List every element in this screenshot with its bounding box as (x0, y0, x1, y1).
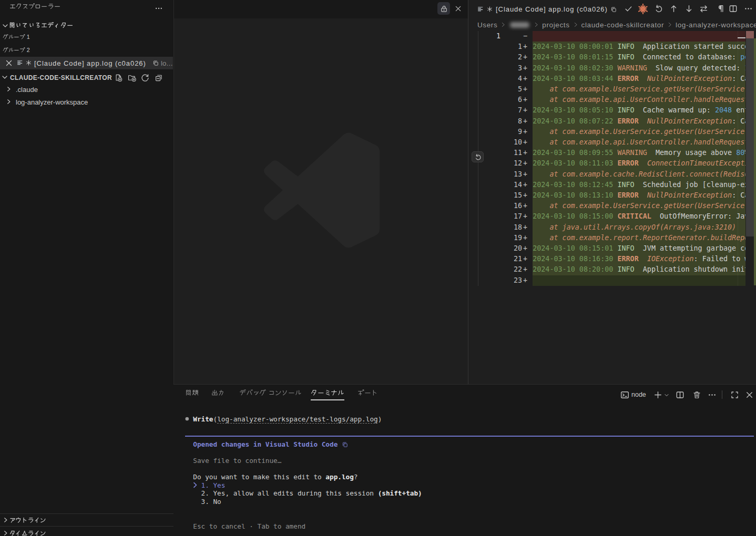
workspace-section-header[interactable]: CLAUDE-CODE-SKILLCREATOR (10, 74, 112, 81)
line-number: 12 (500, 158, 522, 169)
kill-terminal-icon[interactable] (692, 390, 701, 399)
diff-text-segment: 2024-03-10 08:11:03 (533, 159, 617, 167)
tree-item-label: log-analyzer-workspace (16, 98, 88, 106)
more-actions-icon[interactable] (744, 4, 753, 13)
breadcrumb-item[interactable]: Users (477, 21, 497, 29)
chevron-down-icon[interactable] (663, 392, 670, 398)
refresh-icon[interactable] (141, 74, 149, 82)
active-tab-underline (311, 399, 344, 400)
panel-tab-1[interactable] (185, 389, 199, 400)
breadcrumb-separator-icon (572, 21, 579, 28)
added-sign: + (523, 190, 527, 201)
added-sign: + (523, 275, 527, 286)
editor-scrollbar[interactable] (746, 31, 754, 236)
terminal-text-segment: ? (354, 473, 358, 481)
sidebar-title (9, 3, 60, 12)
diff-text-segment: po (740, 53, 745, 61)
editor-area: [Claude Code] app.log (c0a026) Usersproj… (174, 0, 756, 384)
close-group-icon[interactable] (454, 5, 462, 13)
line-number: 21 (500, 254, 522, 264)
line-number: 17 (500, 211, 522, 222)
claude-code-icon[interactable] (638, 4, 648, 14)
breadcrumb-item[interactable]: projects (542, 21, 569, 29)
panel-tab-3[interactable] (239, 389, 302, 400)
terminal-line: Write(log-analyzer-workspace/test-logs/a… (185, 415, 382, 423)
open-editor-active-item[interactable]: [Claude Code] app.log (c0a026) lo… (0, 57, 173, 69)
diff-text-segment: 1 (744, 64, 745, 72)
diff-line-content: 2024-03-10 08:20:00 INFO Application shu… (533, 264, 745, 275)
close-panel-icon[interactable] (745, 390, 754, 399)
maximize-panel-icon[interactable] (730, 390, 739, 399)
discard-icon (474, 153, 482, 161)
new-folder-icon[interactable] (127, 74, 136, 82)
panel-tab-5[interactable] (357, 389, 377, 400)
diff-text-segment: ent (732, 106, 745, 114)
next-change-icon[interactable] (685, 4, 693, 13)
diff-line-content: 2024-03-10 08:01:15 INFO Connected to da… (533, 52, 745, 63)
previous-change-icon[interactable] (669, 4, 678, 13)
terminal-shell-label[interactable]: node (631, 391, 646, 398)
diff-text-segment (639, 75, 647, 83)
line-number: 19 (500, 233, 522, 243)
added-sign: + (523, 169, 527, 180)
whitespace-toggle-icon[interactable] (716, 4, 725, 13)
new-terminal-icon[interactable] (653, 390, 662, 399)
diff-text-segment: 2024-03-10 08:12:45 (533, 181, 617, 189)
diff-editor[interactable]: 1−1+2024-03-10 08:00:01 INFO Application… (468, 31, 756, 384)
line-number: 5 (500, 84, 522, 95)
open-editors-section-header[interactable] (9, 22, 73, 29)
accept-changes-icon[interactable] (624, 4, 633, 13)
revert-block-button[interactable] (472, 151, 484, 162)
panel-tab-4[interactable] (311, 389, 344, 400)
diff-text-segment: ConnectionTimeoutExcepti (647, 159, 745, 167)
explorer-sidebar: 1 2 [Claude Code] app.log (c0a026) lo… C… (0, 0, 173, 536)
added-sign: + (523, 95, 527, 105)
diff-text-segment: ERROR (617, 117, 638, 125)
editor-group-1-row[interactable]: 1 (3, 34, 30, 40)
breadcrumb-item[interactable]: log-analyzer-workspace (676, 21, 756, 29)
breadcrumbs[interactable]: Usersprojectsclaude-code-skillcreatorlog… (468, 18, 756, 31)
chevron-right-icon (2, 516, 9, 524)
diff-text-segment: at com.example.UserService.getUser(UserS… (533, 128, 745, 136)
diff-removed-row: 1− (468, 31, 756, 42)
collapse-all-icon[interactable] (155, 74, 163, 82)
diff-added-row: 10+ at com.example.api.UserController.ha… (468, 137, 756, 148)
diff-text-segment: 2024-03-10 08:20:00 (533, 265, 617, 273)
diff-line-content: at com.example.UserService.getUser(UserS… (533, 127, 745, 137)
added-sign: + (523, 201, 527, 211)
more-actions-icon[interactable] (155, 4, 163, 13)
diff-text-segment: 2048 (715, 106, 732, 114)
breadcrumb-user-redacted[interactable] (510, 22, 529, 28)
diff-added-row: 11+2024-03-10 08:09:55 WARNING Memory us… (468, 148, 756, 158)
terminal-view[interactable]: Write(log-analyzer-workspace/test-logs/a… (173, 401, 756, 536)
diff-text-segment: INFO (617, 106, 634, 114)
chevron-down-icon[interactable] (1, 22, 9, 30)
more-actions-icon[interactable] (708, 390, 717, 399)
editor-group-lock-toggle[interactable] (437, 2, 450, 15)
breadcrumb-item[interactable]: claude-code-skillcreator (581, 21, 664, 29)
diff-text-segment: 2024-03-10 08:01:15 (533, 53, 617, 61)
diff-added-row: 18+ at java.util.Arrays.copyOf(Arrays.ja… (468, 222, 756, 233)
close-icon[interactable] (5, 59, 13, 67)
diff-text-segment (639, 255, 647, 263)
new-file-icon[interactable] (114, 74, 122, 82)
split-editor-icon[interactable] (729, 4, 738, 13)
line-number: 1 (500, 42, 522, 52)
diff-editor-tab[interactable]: [Claude Code] app.log (c0a026) (468, 0, 622, 18)
swap-sides-icon[interactable] (699, 4, 708, 13)
diff-added-row: 13+ at com.example.cache.RedisClient.con… (468, 169, 756, 180)
content-edge-line (738, 31, 738, 286)
panel-tab-2[interactable] (211, 389, 225, 400)
terminal-text-segment: 2. Yes, allow all edits during this sess… (185, 489, 378, 497)
added-sign: + (523, 84, 527, 95)
editor-group-2-row[interactable]: 2 (3, 47, 30, 53)
split-terminal-icon[interactable] (676, 390, 685, 399)
diff-added-row: 15+2024-03-10 08:13:10 ERROR NullPointer… (468, 190, 756, 201)
diff-text-segment: INFO (617, 181, 634, 189)
left-editor-group-tabbar (174, 0, 468, 18)
terminal-text-segment: (shift+tab) (378, 489, 422, 497)
discard-icon[interactable] (654, 4, 663, 13)
diff-text-segment: at java.util.Arrays.copyOf(Arrays.java:3… (533, 223, 736, 231)
tree-item-label: .claude (16, 86, 38, 94)
chevron-down-icon[interactable] (1, 73, 9, 81)
